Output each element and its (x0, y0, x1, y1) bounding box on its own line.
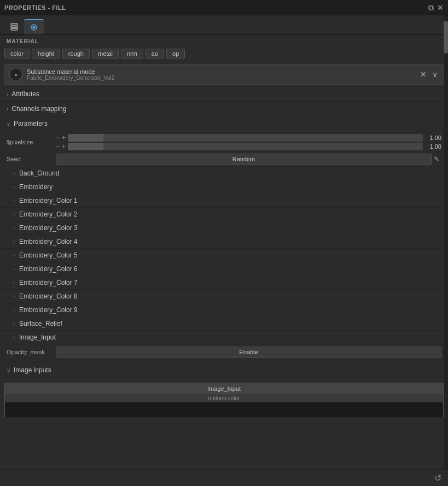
material-section-label: MATERIAL (0, 35, 448, 46)
subsection-surface-relief[interactable]: › Surface_Relief (0, 317, 448, 331)
channel-nrm[interactable]: nrm (121, 49, 143, 58)
substance-material-row: ● Substance material mode Fabric_Embroid… (4, 64, 444, 85)
pixelsize-value2: 1,00 (425, 143, 441, 150)
scrollbar-track[interactable] (444, 15, 448, 470)
background-label: Back_Ground (19, 169, 59, 177)
image-inputs-header[interactable]: ∨ Image inputs (0, 363, 448, 377)
substance-mode-label: Substance material mode (27, 68, 114, 75)
pixelsize-minus2-icon[interactable]: − (56, 143, 60, 150)
scrollbar-thumb[interactable] (444, 21, 448, 54)
seed-value: Random (232, 156, 255, 162)
seed-input[interactable]: Random (56, 154, 432, 165)
svg-point-4 (33, 26, 35, 28)
substance-dropdown-button[interactable]: ∨ (431, 70, 439, 79)
ec7-chevron-icon: › (13, 280, 15, 285)
image-input-preview-0[interactable] (5, 402, 443, 418)
subsection-embroidery-color-9[interactable]: › Embroidery_Color 9 (0, 303, 448, 317)
ec5-chevron-icon: › (13, 253, 15, 258)
embroidery-chevron-icon: › (13, 184, 15, 190)
tab-layers[interactable] (4, 19, 24, 34)
image-input-name-0: Image_Input (5, 383, 443, 394)
title-bar: PROPERTIES - FILL ⧉ ✕ (0, 0, 448, 15)
image-input-item-0: Image_Input uniform color (4, 383, 444, 418)
image-inputs-content: Image_Input uniform color (0, 377, 448, 424)
svg-rect-2 (11, 28, 18, 30)
pixelsize-label: $pixelsize (7, 139, 56, 145)
properties-icon (30, 23, 38, 32)
channel-height[interactable]: height (32, 49, 60, 58)
substance-info: Substance material mode Fabric_Embroider… (27, 68, 114, 81)
substance-icon: ● (9, 68, 22, 81)
pixelsize-row: $pixelsize − + 1,00 − + 1,00 (0, 133, 448, 151)
pixelsize-sliders: − + 1,00 − + 1,00 (56, 134, 441, 150)
channels-chevron-icon: › (7, 106, 8, 112)
close-button[interactable]: ✕ (437, 4, 444, 11)
ec4-label: Embroidery_Color 4 (19, 238, 78, 245)
ec9-chevron-icon: › (13, 307, 15, 313)
channel-rough[interactable]: rough (62, 49, 90, 58)
ec8-label: Embroidery_Color 8 (19, 292, 78, 300)
bottom-bar: ↺ (0, 470, 448, 486)
pixelsize-value1: 1,00 (425, 134, 441, 141)
ec1-chevron-icon: › (13, 198, 15, 203)
subsection-embroidery-color-2[interactable]: › Embroidery_Color 2 (0, 208, 448, 221)
channel-metal[interactable]: metal (92, 49, 119, 58)
substance-name-label: Fabric_Embroidery_Generator_Vol2 (27, 75, 114, 81)
channel-color[interactable]: color (4, 49, 30, 58)
ec2-chevron-icon: › (13, 212, 15, 217)
ec2-label: Embroidery_Color 2 (19, 210, 78, 218)
parameters-chevron-icon: ∨ (7, 121, 10, 127)
channels-mapping-header[interactable]: › Channels mapping (0, 102, 448, 116)
ec9-label: Embroidery_Color 9 (19, 306, 78, 314)
ec8-chevron-icon: › (13, 294, 15, 299)
refresh-button[interactable]: ↺ (434, 473, 441, 483)
parameters-header[interactable]: ∨ Parameters (0, 116, 448, 131)
subsection-embroidery-color-7[interactable]: › Embroidery_Color 7 (0, 276, 448, 290)
pixelsize-minus1-icon[interactable]: − (56, 134, 60, 142)
pixelsize-track1[interactable] (68, 134, 423, 142)
seed-label: Seed (7, 156, 56, 162)
maximize-button[interactable]: ⧉ (428, 4, 434, 11)
parameters-content: $pixelsize − + 1,00 − + 1,00 (0, 131, 448, 362)
tab-bar (0, 15, 448, 35)
pixelsize-slider1-row: − + 1,00 (56, 134, 441, 142)
pixelsize-track2[interactable] (68, 143, 423, 150)
subsection-embroidery-color-1[interactable]: › Embroidery_Color 1 (0, 194, 448, 208)
substance-controls: ✕ ∨ (419, 70, 439, 79)
subsection-embroidery-color-3[interactable]: › Embroidery_Color 3 (0, 221, 448, 235)
subsection-embroidery-color-8[interactable]: › Embroidery_Color 8 (0, 290, 448, 303)
image-input-label: Image_Input (19, 333, 56, 341)
surface-label: Surface_Relief (19, 320, 62, 327)
substance-close-button[interactable]: ✕ (419, 70, 428, 79)
image-inputs-chevron-icon: ∨ (7, 367, 10, 373)
attributes-section: › Attributes (0, 87, 448, 102)
opacity-mask-input[interactable]: Enable (56, 347, 441, 358)
pixelsize-plus1-icon[interactable]: + (62, 134, 66, 142)
svg-rect-1 (11, 26, 18, 28)
attributes-header[interactable]: › Attributes (0, 87, 448, 101)
pixelsize-plus2-icon[interactable]: + (62, 143, 66, 150)
layers-icon (10, 22, 19, 31)
attributes-chevron-icon: › (7, 91, 8, 97)
ec5-label: Embroidery_Color 5 (19, 251, 78, 259)
ec6-chevron-icon: › (13, 266, 15, 272)
subsection-embroidery-color-5[interactable]: › Embroidery_Color 5 (0, 249, 448, 262)
opacity-mask-row: Opacity_mask Enable (0, 344, 448, 360)
subsection-embroidery[interactable]: › Embroidery (0, 180, 448, 194)
tab-properties[interactable] (24, 19, 44, 34)
image-input-chevron-icon: › (13, 335, 15, 340)
surface-chevron-icon: › (13, 321, 15, 326)
opacity-mask-value: Enable (239, 349, 258, 355)
ec6-label: Embroidery_Color 6 (19, 265, 78, 273)
seed-edit-button[interactable]: ✎ (432, 155, 441, 163)
subsection-embroidery-color-6[interactable]: › Embroidery_Color 6 (0, 262, 448, 276)
title-bar-controls: ⧉ ✕ (428, 4, 444, 11)
channel-op[interactable]: op (166, 49, 185, 58)
subsection-image-input[interactable]: › Image_Input (0, 331, 448, 344)
subsection-embroidery-color-4[interactable]: › Embroidery_Color 4 (0, 235, 448, 249)
channel-ao[interactable]: ao (146, 49, 164, 58)
channels-mapping-section: › Channels mapping (0, 102, 448, 116)
pixelsize-fill2 (68, 143, 103, 150)
subsection-background[interactable]: › Back_Ground (0, 167, 448, 180)
background-chevron-icon: › (13, 171, 15, 176)
